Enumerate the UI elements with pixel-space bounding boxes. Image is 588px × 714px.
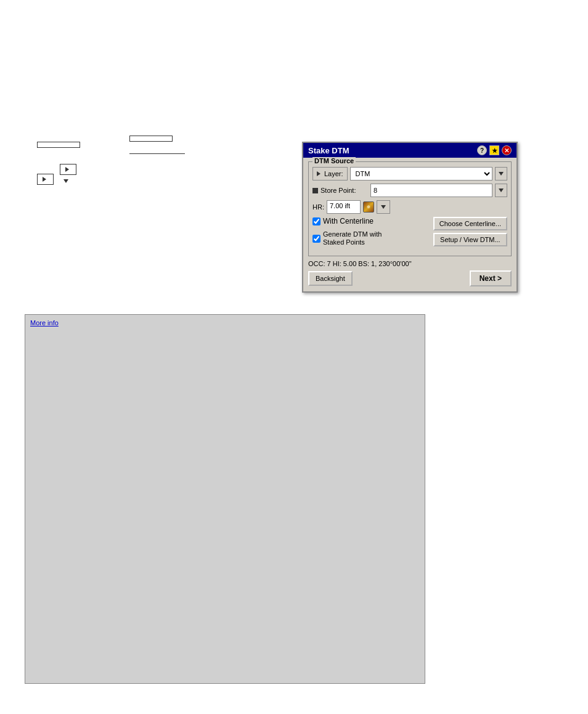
close-icon-btn[interactable]: ✕ bbox=[502, 145, 512, 155]
generate-dtm-checkbox[interactable] bbox=[312, 235, 321, 243]
star-icon-btn[interactable]: ★ bbox=[489, 145, 499, 155]
close-icon: ✕ bbox=[504, 147, 509, 154]
store-point-arrow-icon bbox=[499, 189, 504, 192]
top-row1 bbox=[37, 136, 185, 154]
help-icon-btn[interactable]: ? bbox=[477, 145, 487, 155]
bottom-panel: More info bbox=[25, 314, 425, 684]
survey-icon-btn[interactable]: ⊕ bbox=[363, 201, 374, 213]
generate-dtm-row: Generate DTM with Staked Points bbox=[312, 230, 385, 246]
with-centerline-row: With Centerline bbox=[312, 217, 385, 225]
with-centerline-checkbox[interactable] bbox=[312, 217, 321, 225]
help-icon: ? bbox=[480, 147, 484, 154]
store-point-label: Store Point: bbox=[321, 187, 356, 194]
arrow-right-icon bbox=[43, 177, 46, 182]
bottom-buttons: Backsight Next > bbox=[308, 270, 512, 286]
arrow-right-icon-2 bbox=[65, 167, 69, 172]
survey-icon-label: ⊕ bbox=[367, 205, 370, 209]
group-title: DTM Source bbox=[312, 157, 356, 164]
store-point-row: Store Point: bbox=[312, 184, 507, 197]
next-btn[interactable]: Next > bbox=[470, 270, 512, 286]
store-point-input[interactable] bbox=[370, 184, 492, 197]
top-button-2[interactable] bbox=[129, 136, 173, 142]
store-point-dropdown-btn[interactable] bbox=[495, 184, 507, 197]
layer-triangle-icon bbox=[317, 171, 321, 176]
top-input-area bbox=[37, 136, 185, 185]
with-centerline-label: With Centerline bbox=[323, 217, 374, 225]
dialog-body: DTM Source Layer: DTM bbox=[303, 158, 517, 291]
panel-link[interactable]: More info bbox=[30, 319, 59, 327]
layer-button[interactable]: Layer: bbox=[312, 167, 348, 181]
star-icon: ★ bbox=[492, 147, 497, 154]
checkboxes-col: With Centerline Generate DTM with Staked… bbox=[312, 217, 385, 249]
arrow-down-icon bbox=[63, 179, 68, 183]
choose-centerline-btn[interactable]: Choose Centerline... bbox=[433, 217, 507, 230]
occ-text: OCC: 7 HI: 5.00 BS: 1, 230°00'00" bbox=[308, 260, 512, 267]
checkbox-buttons-row: With Centerline Generate DTM with Staked… bbox=[312, 217, 507, 249]
dtm-source-group: DTM Source Layer: DTM bbox=[308, 161, 512, 256]
action-buttons-col: Choose Centerline... Setup / View DTM... bbox=[433, 217, 507, 249]
layer-select[interactable]: DTM bbox=[350, 167, 492, 181]
layer-btn-label: Layer: bbox=[324, 170, 343, 177]
generate-dtm-label: Generate DTM with Staked Points bbox=[323, 230, 385, 246]
hr-arrow-icon bbox=[381, 205, 386, 209]
titlebar-left: Stake DTM bbox=[308, 146, 349, 155]
backsight-btn[interactable]: Backsight bbox=[308, 271, 353, 286]
dialog-title: Stake DTM bbox=[308, 146, 349, 155]
top-row2 bbox=[37, 164, 185, 185]
hr-value[interactable]: 7.00 ift bbox=[327, 200, 361, 214]
underline-label-1 bbox=[129, 144, 185, 154]
store-icon bbox=[312, 188, 318, 193]
hr-dropdown-btn[interactable] bbox=[377, 200, 390, 214]
hr-label: HR: bbox=[312, 203, 324, 211]
stake-dtm-dialog: Stake DTM ? ★ ✕ DTM Source bbox=[302, 142, 518, 293]
layer-dropdown-btn[interactable] bbox=[495, 167, 507, 181]
top-button-1[interactable] bbox=[37, 142, 80, 148]
group-content: Layer: DTM Store Point: bbox=[312, 167, 507, 249]
dialog-titlebar: Stake DTM ? ★ ✕ bbox=[303, 143, 517, 158]
dropdown-arrow-icon bbox=[499, 172, 504, 176]
title-icons: ? ★ ✕ bbox=[477, 145, 512, 155]
layer-row: Layer: DTM bbox=[312, 167, 507, 181]
setup-view-dtm-btn[interactable]: Setup / View DTM... bbox=[433, 233, 507, 246]
arrow-button-1[interactable] bbox=[37, 174, 54, 185]
main-page: Stake DTM ? ★ ✕ DTM Source bbox=[0, 0, 588, 714]
arrow-button-2[interactable] bbox=[60, 164, 76, 175]
hr-row: HR: 7.00 ift ⊕ bbox=[312, 200, 507, 214]
